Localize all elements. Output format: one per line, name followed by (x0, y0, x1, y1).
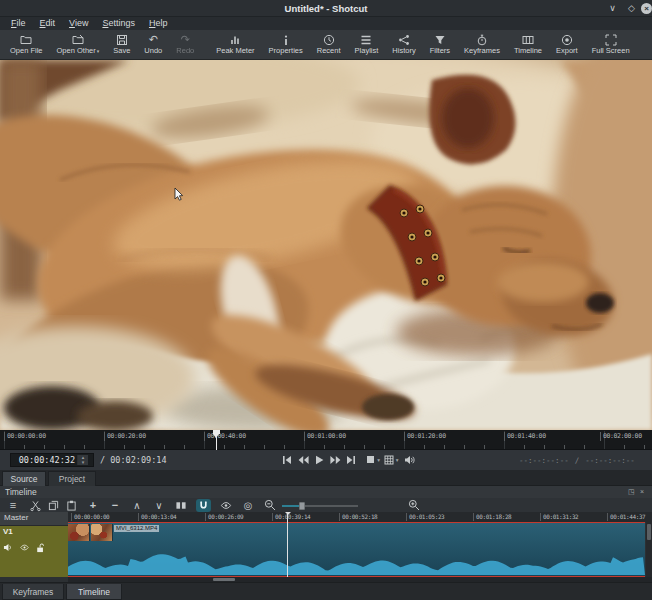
zoom-in-button[interactable] (407, 499, 421, 512)
zoom-slider-handle[interactable] (299, 502, 305, 510)
duration-separator: / (100, 455, 105, 465)
timecode-input[interactable] (11, 455, 77, 465)
fullscreen-icon (605, 34, 617, 46)
scrollbar-thumb[interactable] (647, 524, 651, 540)
ruler-label: 00:00:00:00 (71, 513, 109, 521)
menu-view[interactable]: View (62, 17, 95, 30)
selected-duration: --:--:--:-- (519, 456, 569, 465)
eye-icon (220, 500, 232, 511)
ruler-label: 00:00:52:18 (339, 513, 377, 521)
clock-icon (323, 34, 335, 46)
panel-tab-bar: Source Project (0, 470, 652, 486)
undo-button[interactable]: ↶ Undo (137, 31, 169, 59)
scrub-label: 00:00:40:00 (204, 432, 246, 441)
scrub-label: 00:02:00:00 (600, 432, 642, 441)
minus-icon: − (112, 500, 118, 511)
tab-timeline[interactable]: Timeline (66, 584, 122, 600)
mute-speaker-icon[interactable] (3, 543, 13, 552)
scrub-label: 00:01:20:00 (404, 432, 446, 441)
redo-button[interactable]: ↷ Redo (169, 31, 201, 59)
lift-button[interactable]: ∧ (130, 499, 144, 512)
caret-down-icon: ▾ (377, 457, 380, 463)
tab-source[interactable]: Source (2, 471, 46, 486)
zoom-out-button[interactable] (263, 499, 277, 512)
timeline-menu-button[interactable]: ≡ (6, 499, 20, 512)
zoom-out-icon (264, 499, 276, 511)
split-button[interactable] (174, 499, 188, 512)
spin-down-icon[interactable]: ▾ (78, 460, 88, 465)
recent-button[interactable]: Recent (310, 31, 348, 59)
float-panel-icon[interactable]: ◳ (628, 488, 635, 496)
menu-file[interactable]: File (4, 17, 33, 30)
skip-to-end-button[interactable] (345, 454, 357, 465)
open-other-button[interactable]: Open Other▾ (50, 31, 107, 59)
selected-separator: / (575, 456, 580, 465)
filters-button[interactable]: Filters (423, 31, 457, 59)
clipboard-icon (66, 500, 77, 511)
timeline-zoom-slider[interactable] (282, 499, 358, 512)
scrub-label: 00:00:20:00 (104, 432, 146, 441)
ripple-markers-button[interactable]: ◎ (241, 499, 255, 512)
bottom-tab-bar: Keyframes Timeline (0, 582, 652, 600)
master-track-header[interactable]: Master (0, 512, 68, 526)
stopwatch-icon (476, 34, 488, 46)
scrub-ruler[interactable]: 00:00:00:00 00:00:20:00 00:00:40:00 00:0… (0, 430, 652, 450)
timeline-playhead[interactable] (287, 512, 288, 577)
copy-icon (48, 500, 59, 511)
close-icon[interactable]: × (641, 3, 652, 14)
append-button[interactable]: + (86, 499, 100, 512)
play-button[interactable] (313, 454, 325, 465)
timeline-ruler[interactable]: 00:00:00:00 00:00:13:04 00:00:26:09 00:0… (68, 512, 652, 522)
square-icon (366, 455, 375, 464)
grid-button[interactable]: ▾ (385, 454, 397, 465)
snap-toggle-button[interactable] (196, 499, 211, 512)
timeline-clip[interactable]: MVI_6312.MP4 (68, 522, 645, 577)
rewind-button[interactable] (297, 454, 309, 465)
peak-meter-button[interactable]: Peak Meter (209, 31, 261, 59)
menu-settings[interactable]: Settings (95, 17, 142, 30)
scrollbar-thumb[interactable] (213, 578, 235, 581)
zoom-toggle-button[interactable]: ▾ (367, 454, 379, 465)
list-icon (360, 34, 372, 46)
hide-eye-icon[interactable] (19, 543, 30, 552)
clip-thumbnail (68, 524, 90, 541)
paste-button[interactable] (64, 499, 78, 512)
fast-forward-button[interactable] (329, 454, 341, 465)
volume-button[interactable] (403, 454, 415, 465)
timeline-vertical-scrollbar[interactable] (646, 522, 652, 577)
close-panel-icon[interactable]: × (640, 488, 644, 496)
menu-help[interactable]: Help (142, 17, 175, 30)
unlock-icon[interactable] (36, 543, 45, 553)
save-button[interactable]: Save (106, 31, 137, 59)
copy-button[interactable] (46, 499, 60, 512)
overwrite-button[interactable]: ∨ (152, 499, 166, 512)
history-button[interactable]: History (385, 31, 422, 59)
menu-edit[interactable]: Edit (33, 17, 63, 30)
export-button[interactable]: Export (549, 31, 585, 59)
cut-button[interactable] (28, 499, 42, 512)
keyframes-button[interactable]: Keyframes (457, 31, 507, 59)
ruler-label: 00:00:13:04 (138, 513, 176, 521)
playhead-handle[interactable] (213, 430, 220, 438)
full-screen-button[interactable]: Full Screen (585, 31, 637, 59)
timecode-spinner[interactable]: ▴ ▾ (77, 455, 88, 465)
v1-track-header[interactable]: V1 (0, 526, 68, 577)
meter-bars-icon (229, 34, 241, 46)
scrub-label: 00:00:00:00 (4, 432, 46, 441)
minimize-icon[interactable]: ∨ (606, 2, 619, 15)
scrub-while-dragging-button[interactable] (219, 499, 233, 512)
selected-total: --:--:--:-- (585, 456, 635, 465)
skip-to-start-button[interactable] (281, 454, 293, 465)
grid-icon (384, 455, 394, 465)
ripple-delete-button[interactable]: − (108, 499, 122, 512)
zoom-in-icon (408, 499, 420, 511)
tab-project[interactable]: Project (48, 471, 96, 486)
timeline-button[interactable]: Timeline (507, 31, 549, 59)
chevron-down-icon: ∨ (155, 500, 162, 511)
properties-button[interactable]: Properties (262, 31, 310, 59)
maximize-icon[interactable]: ◇ (625, 2, 638, 15)
playlist-button[interactable]: Playlist (348, 31, 386, 59)
tab-keyframes[interactable]: Keyframes (2, 584, 64, 600)
floppy-icon (116, 34, 128, 46)
open-file-button[interactable]: Open File (3, 31, 50, 59)
